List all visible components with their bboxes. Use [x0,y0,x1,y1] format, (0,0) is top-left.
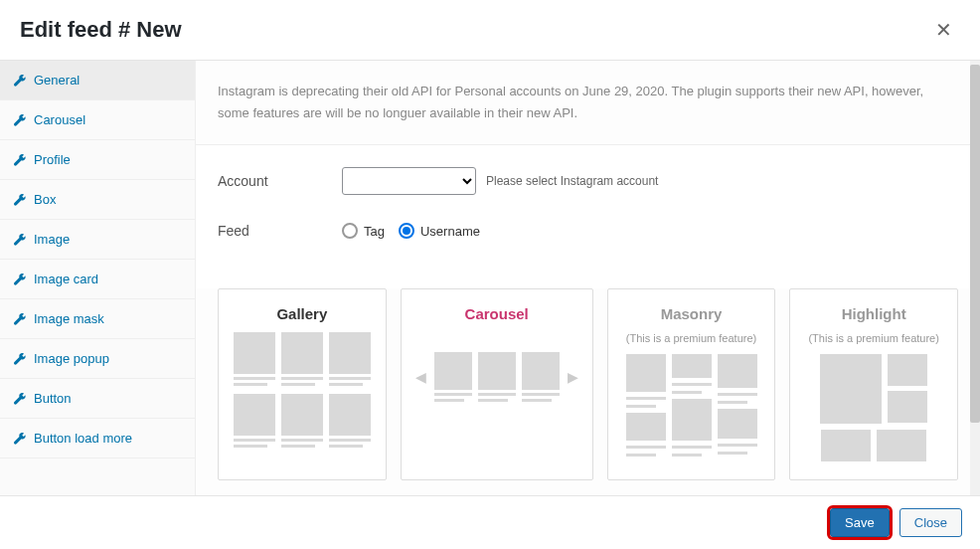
account-row: Account Please select Instagram account [218,167,958,195]
sidebar-item-image[interactable]: Image [0,220,195,260]
layout-card-highlight[interactable]: Highlight (This is a premium feature) [789,288,958,480]
wrench-icon [14,234,26,246]
sidebar-item-label: Image [34,232,70,247]
page-title: Edit feed # New [20,17,182,43]
feed-radio-tag[interactable]: Tag [342,223,385,239]
content-area: Instagram is deprecating their old API f… [196,61,980,506]
sidebar-item-label: Carousel [34,112,85,127]
masonry-preview [620,354,763,457]
layout-card-carousel[interactable]: Carousel ◀ ▶ [401,288,593,480]
sidebar-item-general[interactable]: General [0,61,195,100]
sidebar-item-label: Box [34,192,56,207]
radio-label: Username [420,224,480,239]
account-select[interactable] [342,167,476,195]
api-notice: Instagram is deprecating their old API f… [196,61,980,145]
sidebar-item-label: Button load more [34,431,132,446]
sidebar-item-image-popup[interactable]: Image popup [0,339,195,379]
wrench-icon [14,433,26,445]
sidebar-item-label: Image mask [34,311,104,326]
feed-row: Feed Tag Username [218,223,958,239]
sidebar-item-box[interactable]: Box [0,180,195,220]
modal-footer: Save Close [0,495,980,549]
modal-header: Edit feed # New ✕ [0,0,980,61]
card-title: Gallery [231,305,374,322]
sidebar-item-carousel[interactable]: Carousel [0,100,195,140]
wrench-icon [14,75,26,87]
highlight-preview-row2 [802,430,945,461]
feed-radio-username[interactable]: Username [399,223,480,239]
sidebar: General Carousel Profile Box Image Image… [0,61,196,506]
card-subtitle: (This is a premium feature) [620,332,763,344]
wrench-icon [14,393,26,405]
layout-card-masonry[interactable]: Masonry (This is a premium feature) [607,288,776,480]
wrench-icon [14,194,26,206]
wrench-icon [14,154,26,166]
sidebar-item-profile[interactable]: Profile [0,140,195,180]
radio-label: Tag [364,224,385,239]
close-button[interactable]: Close [899,508,962,537]
modal-body: General Carousel Profile Box Image Image… [0,61,980,506]
close-icon[interactable]: ✕ [927,14,960,46]
gallery-preview [231,332,374,448]
card-subtitle: (This is a premium feature) [802,332,945,344]
layout-cards: Gallery Carousel [196,288,980,506]
sidebar-item-image-card[interactable]: Image card [0,260,195,299]
sidebar-item-image-mask[interactable]: Image mask [0,299,195,339]
radio-icon [399,223,414,239]
scrollbar[interactable] [970,61,980,506]
carousel-preview: ◀ ▶ [413,352,580,402]
account-hint: Please select Instagram account [486,174,658,188]
wrench-icon [14,274,26,285]
chevron-left-icon: ◀ [413,369,428,385]
card-title: Highlight [802,305,945,322]
chevron-right-icon: ▶ [566,369,580,385]
highlight-preview [802,354,945,424]
sidebar-item-label: Button [34,391,72,406]
wrench-icon [14,114,26,126]
wrench-icon [14,353,26,365]
sidebar-item-button[interactable]: Button [0,379,195,419]
wrench-icon [14,313,26,325]
sidebar-item-button-load-more[interactable]: Button load more [0,419,195,458]
feed-label: Feed [218,223,342,239]
scrollbar-thumb[interactable] [970,65,980,423]
card-title: Masonry [620,305,763,322]
sidebar-item-label: Profile [34,152,71,167]
card-title: Carousel [413,305,580,322]
radio-icon [342,223,358,239]
sidebar-item-label: Image popup [34,351,109,366]
sidebar-item-label: Image card [34,272,98,286]
form-area: Account Please select Instagram account … [196,145,980,288]
save-button[interactable]: Save [830,508,890,537]
layout-card-gallery[interactable]: Gallery [218,288,387,480]
sidebar-item-label: General [34,73,80,88]
account-label: Account [218,173,342,189]
